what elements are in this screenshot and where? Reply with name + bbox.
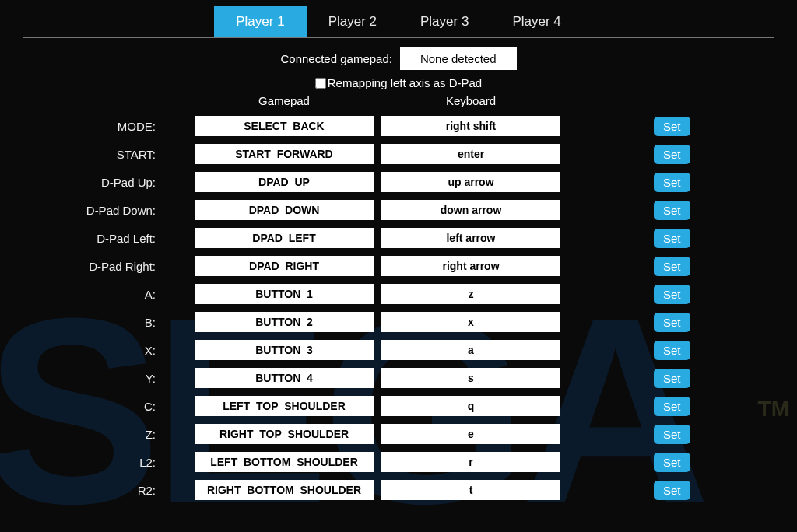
binding-gamepad-value[interactable]: DPAD_DOWN: [195, 200, 374, 220]
binding-row: X:BUTTON_3aSet: [0, 336, 797, 364]
binding-row: D-Pad Down:DPAD_DOWNdown arrowSet: [0, 196, 797, 224]
remap-axis-checkbox[interactable]: [315, 78, 326, 89]
tab-player-2[interactable]: Player 2: [307, 6, 398, 37]
set-button[interactable]: Set: [654, 397, 690, 416]
set-button[interactable]: Set: [654, 341, 690, 360]
binding-row: C:LEFT_TOP_SHOULDERqSet: [0, 392, 797, 420]
binding-label: D-Pad Up:: [0, 176, 195, 189]
binding-label: C:: [0, 400, 195, 413]
binding-keyboard-value[interactable]: right arrow: [381, 256, 560, 276]
binding-row: Z:RIGHT_TOP_SHOULDEReSet: [0, 420, 797, 448]
remap-axis-label: Remapping left axis as D-Pad: [328, 76, 482, 89]
set-button[interactable]: Set: [654, 313, 690, 332]
binding-set-cell: Set: [560, 201, 797, 220]
binding-gamepad-value[interactable]: BUTTON_4: [195, 368, 374, 388]
set-button[interactable]: Set: [654, 481, 690, 500]
binding-set-cell: Set: [560, 285, 797, 304]
binding-label: Z:: [0, 428, 195, 441]
binding-keyboard-value[interactable]: t: [381, 480, 560, 500]
binding-label: Y:: [0, 372, 195, 385]
tab-player-3[interactable]: Player 3: [398, 6, 490, 37]
binding-label: D-Pad Down:: [0, 204, 195, 217]
binding-keyboard-value[interactable]: s: [381, 368, 560, 388]
binding-set-cell: Set: [560, 369, 797, 388]
binding-label: D-Pad Right:: [0, 260, 195, 273]
connected-gamepad-value: None detected: [400, 47, 517, 70]
binding-gamepad-value[interactable]: DPAD_LEFT: [195, 228, 374, 248]
connected-gamepad-row: Connected gamepad: None detected: [0, 47, 797, 70]
set-button[interactable]: Set: [654, 145, 690, 164]
binding-row: Y:BUTTON_4sSet: [0, 364, 797, 392]
binding-gamepad-value[interactable]: RIGHT_BOTTOM_SHOULDER: [195, 480, 374, 500]
binding-set-cell: Set: [560, 397, 797, 416]
binding-label: START:: [0, 148, 195, 161]
binding-row: L2:LEFT_BOTTOM_SHOULDERrSet: [0, 448, 797, 476]
binding-keyboard-value[interactable]: e: [381, 424, 560, 444]
set-button[interactable]: Set: [654, 173, 690, 192]
binding-set-cell: Set: [560, 117, 797, 136]
bindings-list: MODE:SELECT_BACKright shiftSetSTART:STAR…: [0, 112, 797, 504]
binding-gamepad-value[interactable]: BUTTON_3: [195, 340, 374, 360]
player-tabs: Player 1Player 2Player 3Player 4: [0, 0, 797, 37]
binding-gamepad-value[interactable]: BUTTON_2: [195, 312, 374, 332]
binding-set-cell: Set: [560, 145, 797, 164]
binding-keyboard-value[interactable]: a: [381, 340, 560, 360]
binding-gamepad-value[interactable]: LEFT_TOP_SHOULDER: [195, 396, 374, 416]
binding-gamepad-value[interactable]: SELECT_BACK: [195, 116, 374, 136]
tab-player-1[interactable]: Player 1: [214, 6, 306, 37]
binding-keyboard-value[interactable]: right shift: [381, 116, 560, 136]
binding-keyboard-value[interactable]: r: [381, 452, 560, 472]
binding-set-cell: Set: [560, 173, 797, 192]
binding-keyboard-value[interactable]: q: [381, 396, 560, 416]
binding-gamepad-value[interactable]: BUTTON_1: [195, 284, 374, 304]
binding-gamepad-value[interactable]: DPAD_RIGHT: [195, 256, 374, 276]
connected-gamepad-label: Connected gamepad:: [280, 52, 391, 65]
binding-keyboard-value[interactable]: up arrow: [381, 172, 560, 192]
tab-player-4[interactable]: Player 4: [490, 6, 582, 37]
binding-set-cell: Set: [560, 425, 797, 444]
binding-label: D-Pad Left:: [0, 232, 195, 245]
binding-gamepad-value[interactable]: LEFT_BOTTOM_SHOULDER: [195, 452, 374, 472]
binding-set-cell: Set: [560, 313, 797, 332]
binding-label: B:: [0, 316, 195, 329]
binding-set-cell: Set: [560, 481, 797, 500]
binding-row: A:BUTTON_1zSet: [0, 280, 797, 308]
set-button[interactable]: Set: [654, 369, 690, 388]
column-header-keyboard: Keyboard: [381, 94, 560, 107]
binding-gamepad-value[interactable]: START_FORWARD: [195, 144, 374, 164]
remap-axis-row: Remapping left axis as D-Pad: [0, 76, 797, 89]
binding-set-cell: Set: [560, 453, 797, 472]
binding-label: MODE:: [0, 120, 195, 133]
binding-row: R2:RIGHT_BOTTOM_SHOULDERtSet: [0, 476, 797, 504]
binding-row: B:BUTTON_2xSet: [0, 308, 797, 336]
set-button[interactable]: Set: [654, 285, 690, 304]
binding-keyboard-value[interactable]: enter: [381, 144, 560, 164]
binding-label: L2:: [0, 456, 195, 469]
binding-label: X:: [0, 344, 195, 357]
set-button[interactable]: Set: [654, 229, 690, 248]
tabs-divider: [23, 37, 774, 38]
binding-label: A:: [0, 288, 195, 301]
binding-row: D-Pad Right:DPAD_RIGHTright arrowSet: [0, 252, 797, 280]
binding-set-cell: Set: [560, 341, 797, 360]
binding-set-cell: Set: [560, 229, 797, 248]
set-button[interactable]: Set: [654, 117, 690, 136]
binding-row: START:START_FORWARDenterSet: [0, 140, 797, 168]
binding-gamepad-value[interactable]: RIGHT_TOP_SHOULDER: [195, 424, 374, 444]
binding-keyboard-value[interactable]: z: [381, 284, 560, 304]
set-button[interactable]: Set: [654, 257, 690, 276]
binding-keyboard-value[interactable]: down arrow: [381, 200, 560, 220]
binding-set-cell: Set: [560, 257, 797, 276]
set-button[interactable]: Set: [654, 201, 690, 220]
binding-row: MODE:SELECT_BACKright shiftSet: [0, 112, 797, 140]
column-header-gamepad: Gamepad: [195, 94, 374, 107]
binding-row: D-Pad Left:DPAD_LEFTleft arrowSet: [0, 224, 797, 252]
binding-keyboard-value[interactable]: left arrow: [381, 228, 560, 248]
bindings-header-row: Gamepad Keyboard: [0, 94, 797, 107]
binding-gamepad-value[interactable]: DPAD_UP: [195, 172, 374, 192]
set-button[interactable]: Set: [654, 453, 690, 472]
binding-keyboard-value[interactable]: x: [381, 312, 560, 332]
binding-label: R2:: [0, 484, 195, 497]
binding-row: D-Pad Up:DPAD_UPup arrowSet: [0, 168, 797, 196]
set-button[interactable]: Set: [654, 425, 690, 444]
